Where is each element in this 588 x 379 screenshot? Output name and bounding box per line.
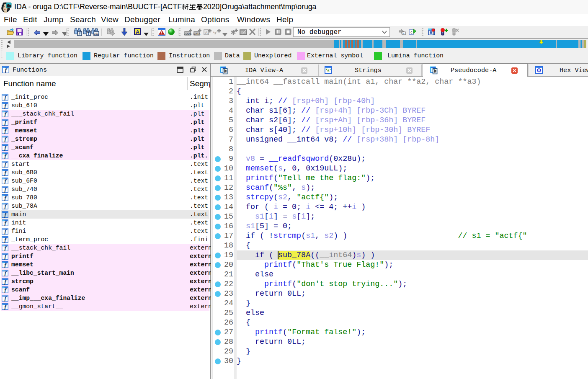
svg-text:101: 101	[94, 32, 99, 35]
svg-text:‘s’: ‘s’	[213, 30, 218, 35]
svg-text:A: A	[136, 29, 140, 35]
svg-text:#: #	[79, 31, 81, 36]
svg-text:‘s’: ‘s’	[326, 67, 331, 73]
svg-text:A: A	[205, 31, 207, 35]
svg-text:c: c	[403, 32, 405, 35]
svg-text:c: c	[410, 30, 413, 34]
svg-text:T: T	[87, 31, 90, 36]
svg-text:DATA: DATA	[193, 32, 201, 35]
svg-text:CODE: CODE	[184, 32, 192, 35]
